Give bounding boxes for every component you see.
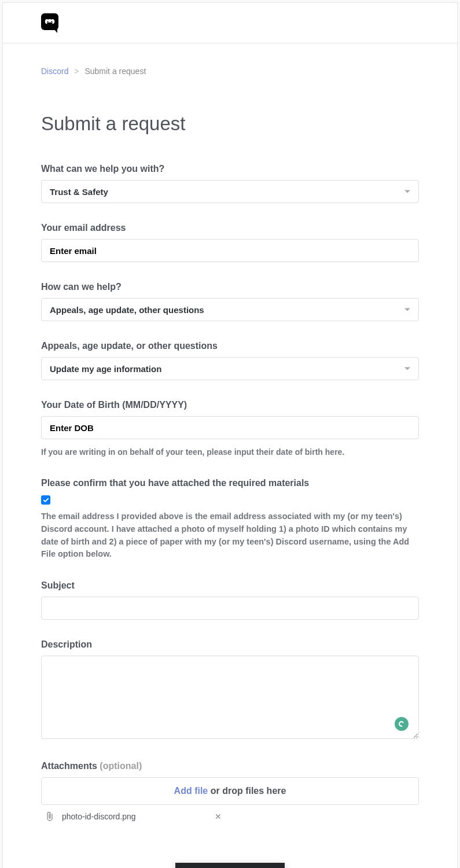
content: Discord > Submit a request Submit a requ… — [3, 43, 457, 868]
confirm-description: The email address I provided above is th… — [41, 510, 419, 561]
email-input[interactable] — [50, 246, 410, 256]
appeals-label: Appeals, age update, or other questions — [41, 341, 419, 351]
chevron-down-icon — [404, 367, 410, 370]
dob-input-wrap — [41, 416, 419, 439]
breadcrumb-separator: > — [74, 67, 79, 76]
dob-hint: If you are writing in on behalf of your … — [41, 446, 419, 458]
add-file-link[interactable]: Add file — [174, 786, 208, 796]
field-help-with: What can we help you with? Trust & Safet… — [41, 164, 419, 203]
field-description: Description — [41, 639, 419, 741]
subject-label: Subject — [41, 580, 419, 591]
attachment-item: photo-id-discord.png ✕ — [41, 805, 226, 828]
help-with-select[interactable]: Trust & Safety — [41, 180, 419, 203]
discord-logo-icon[interactable] — [41, 13, 58, 30]
field-email: Your email address — [41, 223, 419, 262]
attachment-filename: photo-id-discord.png — [62, 812, 136, 821]
email-input-wrap — [41, 239, 419, 262]
confirm-label: Please confirm that you have attached th… — [41, 478, 419, 488]
help-with-value: Trust & Safety — [50, 187, 108, 197]
field-confirm: Please confirm that you have attached th… — [41, 478, 419, 561]
attachment-remove-icon[interactable]: ✕ — [215, 812, 222, 821]
paperclip-icon — [46, 812, 54, 821]
attachments-label: Attachments (optional) — [41, 761, 419, 771]
field-attachments: Attachments (optional) Add file or drop … — [41, 761, 419, 828]
help-with-label: What can we help you with? — [41, 164, 419, 174]
header — [3, 3, 457, 43]
breadcrumb: Discord > Submit a request — [41, 67, 419, 76]
how-help-select[interactable]: Appeals, age update, other questions — [41, 298, 419, 321]
chevron-down-icon — [404, 190, 410, 193]
grammarly-icon[interactable] — [395, 717, 409, 731]
attachments-dropzone[interactable]: Add file or drop files here — [41, 777, 419, 805]
subject-input[interactable] — [41, 597, 419, 620]
field-dob: Your Date of Birth (MM/DD/YYYY) If you a… — [41, 400, 419, 458]
confirm-checkbox[interactable] — [41, 495, 50, 505]
how-help-label: How can we help? — [41, 282, 419, 292]
description-label: Description — [41, 639, 419, 650]
appeals-select[interactable]: Update my age information — [41, 357, 419, 380]
drop-text: or drop files here — [208, 786, 286, 796]
field-appeals: Appeals, age update, or other questions … — [41, 341, 419, 380]
submit-row: Submit protected by reCAPTCHA Privacy - … — [41, 863, 419, 868]
attachments-label-text: Attachments — [41, 761, 97, 771]
attachments-optional: (optional) — [100, 761, 142, 771]
description-textarea[interactable] — [41, 656, 419, 739]
breadcrumb-home-link[interactable]: Discord — [41, 67, 68, 76]
how-help-value: Appeals, age update, other questions — [50, 305, 204, 315]
page-title: Submit a request — [41, 113, 419, 135]
field-subject: Subject — [41, 580, 419, 620]
page-container: Discord > Submit a request Submit a requ… — [2, 2, 458, 868]
description-wrap — [41, 656, 419, 741]
appeals-value: Update my age information — [50, 364, 161, 374]
field-how-help: How can we help? Appeals, age update, ot… — [41, 282, 419, 321]
confirm-row — [41, 494, 419, 505]
email-label: Your email address — [41, 223, 419, 233]
dob-label: Your Date of Birth (MM/DD/YYYY) — [41, 400, 419, 410]
dob-input[interactable] — [50, 423, 410, 433]
breadcrumb-current: Submit a request — [84, 67, 146, 76]
submit-button[interactable]: Submit — [175, 863, 285, 868]
chevron-down-icon — [404, 308, 410, 311]
